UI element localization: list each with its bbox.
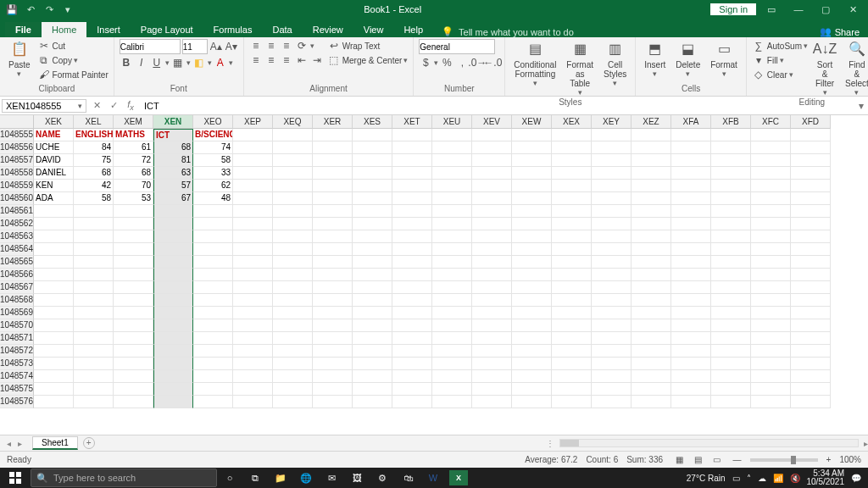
cell[interactable] bbox=[233, 256, 273, 269]
cell[interactable]: DAVID bbox=[34, 154, 74, 167]
cell[interactable] bbox=[671, 396, 711, 408]
align-center-icon[interactable]: ≡ bbox=[264, 53, 278, 67]
col-header-XEV[interactable]: XEV bbox=[472, 115, 512, 129]
cell[interactable] bbox=[632, 256, 671, 269]
cell[interactable] bbox=[392, 180, 432, 192]
cell[interactable] bbox=[193, 383, 233, 396]
tab-view[interactable]: View bbox=[353, 22, 394, 37]
cell[interactable]: 67 bbox=[153, 192, 193, 205]
cell[interactable] bbox=[74, 243, 114, 256]
cell[interactable] bbox=[592, 243, 632, 256]
cell[interactable] bbox=[74, 396, 114, 408]
cell[interactable] bbox=[233, 129, 273, 141]
cell[interactable] bbox=[472, 141, 512, 154]
cell[interactable] bbox=[74, 383, 114, 396]
cell[interactable] bbox=[751, 396, 791, 408]
cell[interactable] bbox=[791, 332, 831, 345]
tab-insert[interactable]: Insert bbox=[86, 22, 131, 37]
cell[interactable] bbox=[512, 230, 552, 243]
cell[interactable] bbox=[353, 180, 392, 192]
cell[interactable] bbox=[671, 319, 711, 332]
cell[interactable] bbox=[392, 307, 432, 319]
cell[interactable] bbox=[552, 396, 592, 408]
col-header-XEK[interactable]: XEK bbox=[34, 115, 74, 129]
cell[interactable] bbox=[74, 218, 114, 230]
cell[interactable] bbox=[512, 218, 552, 230]
cell[interactable]: KEN bbox=[34, 180, 74, 192]
cell[interactable] bbox=[392, 396, 432, 408]
tab-home[interactable]: Home bbox=[42, 22, 86, 37]
cell[interactable] bbox=[552, 319, 592, 332]
new-sheet-button[interactable]: + bbox=[83, 437, 95, 449]
cell[interactable] bbox=[273, 307, 313, 319]
cell[interactable] bbox=[632, 332, 671, 345]
cell[interactable] bbox=[632, 307, 671, 319]
zoom-level[interactable]: 100% bbox=[839, 455, 861, 464]
cell[interactable] bbox=[472, 243, 512, 256]
cell[interactable] bbox=[34, 294, 74, 307]
cell[interactable] bbox=[313, 345, 353, 358]
cell[interactable] bbox=[552, 281, 592, 294]
cell[interactable] bbox=[153, 230, 193, 243]
cell[interactable] bbox=[34, 345, 74, 358]
cell[interactable] bbox=[632, 243, 671, 256]
cell[interactable] bbox=[392, 319, 432, 332]
cell[interactable] bbox=[432, 332, 472, 345]
col-header-XEM[interactable]: XEM bbox=[114, 115, 153, 129]
cell[interactable] bbox=[711, 396, 751, 408]
autosum-button[interactable]: ∑AutoSum▾ bbox=[752, 39, 808, 53]
cell[interactable] bbox=[472, 345, 512, 358]
cell[interactable] bbox=[751, 180, 791, 192]
cell[interactable] bbox=[313, 370, 353, 383]
cell[interactable] bbox=[472, 294, 512, 307]
cell[interactable] bbox=[273, 396, 313, 408]
cell[interactable] bbox=[34, 281, 74, 294]
row-header[interactable]: 1048574 bbox=[0, 370, 34, 383]
zoom-in-icon[interactable]: + bbox=[826, 455, 832, 464]
weather-widget[interactable]: 27°C Rain bbox=[687, 474, 726, 483]
cell[interactable] bbox=[472, 180, 512, 192]
row-header[interactable]: 1048559 bbox=[0, 180, 34, 192]
cell[interactable] bbox=[153, 319, 193, 332]
cell[interactable] bbox=[711, 180, 751, 192]
decrease-font-icon[interactable]: A▾ bbox=[225, 40, 238, 53]
find-select-button[interactable]: 🔍Find & Select▾ bbox=[842, 39, 868, 97]
cell[interactable] bbox=[632, 281, 671, 294]
cell[interactable] bbox=[671, 218, 711, 230]
cell[interactable] bbox=[273, 370, 313, 383]
cell[interactable] bbox=[74, 319, 114, 332]
cell[interactable] bbox=[392, 243, 432, 256]
cell[interactable] bbox=[552, 332, 592, 345]
cell[interactable] bbox=[392, 358, 432, 370]
cell[interactable] bbox=[153, 307, 193, 319]
cell[interactable] bbox=[632, 269, 671, 281]
cell[interactable] bbox=[392, 345, 432, 358]
cell[interactable] bbox=[592, 256, 632, 269]
col-header-XEP[interactable]: XEP bbox=[233, 115, 273, 129]
cell[interactable] bbox=[671, 332, 711, 345]
view-normal-icon[interactable]: ▦ bbox=[671, 454, 687, 465]
cell[interactable] bbox=[592, 192, 632, 205]
cell[interactable] bbox=[313, 332, 353, 345]
cell[interactable] bbox=[153, 269, 193, 281]
cell[interactable] bbox=[74, 230, 114, 243]
tray-meet-icon[interactable]: ▭ bbox=[732, 474, 740, 483]
cell[interactable] bbox=[751, 167, 791, 180]
cell[interactable] bbox=[233, 205, 273, 218]
cell[interactable] bbox=[552, 345, 592, 358]
cell[interactable] bbox=[74, 345, 114, 358]
cell[interactable] bbox=[273, 141, 313, 154]
cell[interactable] bbox=[353, 332, 392, 345]
tray-wifi-icon[interactable]: 📶 bbox=[773, 474, 783, 483]
col-header-XFA[interactable]: XFA bbox=[671, 115, 711, 129]
col-header-XEL[interactable]: XEL bbox=[74, 115, 114, 129]
row-header[interactable]: 1048568 bbox=[0, 294, 34, 307]
cell[interactable] bbox=[671, 180, 711, 192]
currency-icon[interactable]: $ bbox=[419, 56, 432, 69]
cell[interactable] bbox=[432, 192, 472, 205]
row-header[interactable]: 1048562 bbox=[0, 218, 34, 230]
cell[interactable] bbox=[114, 358, 153, 370]
cell[interactable] bbox=[392, 129, 432, 141]
cell-styles-button[interactable]: ▥Cell Styles▾ bbox=[600, 39, 630, 88]
cell[interactable] bbox=[392, 230, 432, 243]
